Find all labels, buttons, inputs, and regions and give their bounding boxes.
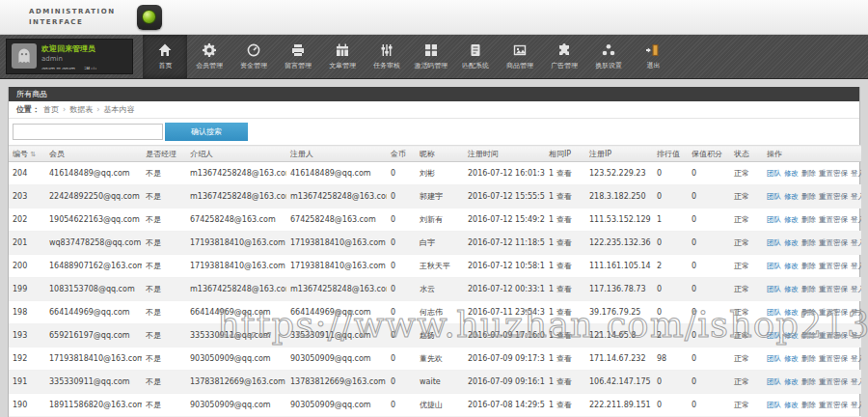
action-link[interactable]: 修改 (784, 401, 799, 409)
action-plain[interactable]: 登入 (851, 401, 861, 409)
view-link[interactable]: 查看 (556, 215, 572, 224)
action-plain[interactable]: 登入 (851, 169, 861, 178)
nav-item-5[interactable]: 文章管理 (320, 35, 365, 78)
nav-item-1[interactable]: 首页 (143, 35, 187, 78)
nav-item-2[interactable]: 会员管理 (187, 35, 231, 78)
breadcrumb-item[interactable]: 数据表 (69, 105, 93, 114)
action-plain[interactable]: 登入 (851, 377, 861, 386)
action-link[interactable]: 修改 (784, 215, 799, 224)
action-plain[interactable]: 重置密保 (819, 238, 848, 247)
confirm-search-button[interactable]: 确认搜索 (165, 123, 248, 141)
nav-item-12[interactable]: 退出 (631, 35, 675, 78)
door-icon (645, 42, 661, 58)
action-link[interactable]: 团队 (767, 401, 781, 409)
action-link[interactable]: 修改 (784, 377, 799, 386)
action-plain[interactable]: 登入 (851, 331, 861, 340)
action-link[interactable]: 团队 (767, 308, 781, 317)
nav-item-10[interactable]: 广告管理 (542, 35, 586, 78)
table-row: 198664144969@qq.com不是664144969@qq.com664… (9, 301, 861, 324)
action-plain[interactable]: 登入 (851, 238, 861, 247)
action-plain[interactable]: 重置密保 (819, 377, 848, 386)
view-link[interactable]: 查看 (556, 377, 572, 386)
introducer-cell: 674258248@163.com (186, 208, 286, 232)
breadcrumb-item[interactable]: 首页 (43, 105, 59, 114)
rank-value-cell: 0 (653, 371, 688, 394)
nav-item-label: 匹配系统 (462, 61, 489, 70)
action-link[interactable]: 修改 (784, 285, 799, 293)
action-plain[interactable]: 删除 (801, 285, 816, 293)
view-link[interactable]: 查看 (556, 262, 572, 270)
action-plain[interactable]: 删除 (801, 215, 816, 224)
view-link[interactable]: 查看 (556, 285, 572, 293)
action-link[interactable]: 团队 (767, 331, 781, 340)
action-plain[interactable]: 登入 (851, 192, 861, 201)
action-plain[interactable]: 删除 (801, 308, 816, 317)
same-ip-cell: 1 查看 (545, 324, 585, 348)
action-plain[interactable]: 登入 (851, 215, 861, 224)
nav-item-9[interactable]: 商品管理 (498, 35, 542, 78)
action-plain[interactable]: 删除 (801, 354, 816, 363)
action-plain[interactable]: 重置密保 (819, 192, 848, 201)
admin-manage-link[interactable]: 管理员管理 (41, 66, 75, 70)
view-link[interactable]: 查看 (556, 238, 572, 247)
action-link[interactable]: 修改 (784, 354, 799, 363)
nickname-cell: 刘新有 (416, 208, 464, 232)
action-plain[interactable]: 登入 (851, 262, 861, 270)
action-plain[interactable]: 删除 (801, 169, 816, 178)
search-input[interactable] (13, 124, 163, 140)
sort-icon[interactable]: ⇅ (28, 151, 36, 158)
action-plain[interactable]: 重置密保 (819, 354, 848, 363)
action-plain[interactable]: 删除 (801, 192, 816, 201)
action-plain[interactable]: 登入 (851, 308, 861, 317)
action-link[interactable]: 修改 (784, 169, 799, 178)
action-plain[interactable]: 删除 (801, 377, 816, 386)
action-link[interactable]: 团队 (767, 354, 781, 363)
same-ip-cell: 1 查看 (545, 371, 585, 394)
nav-item-3[interactable]: 资金管理 (231, 35, 276, 78)
action-plain[interactable]: 删除 (801, 238, 816, 247)
view-link[interactable]: 查看 (556, 354, 572, 363)
column-header-1[interactable]: 编号 ⇅ (9, 146, 45, 162)
view-link[interactable]: 查看 (556, 401, 572, 409)
nav-item-8[interactable]: 匹配系统 (453, 35, 498, 78)
action-link[interactable]: 修改 (784, 238, 799, 247)
nav-item-6[interactable]: 任务审核 (365, 35, 409, 78)
breadcrumb-item[interactable]: 基本内容 (103, 105, 134, 114)
action-link[interactable]: 团队 (767, 262, 781, 270)
action-plain[interactable]: 重置密保 (819, 401, 848, 409)
action-plain[interactable]: 删除 (801, 331, 816, 340)
view-link[interactable]: 查看 (556, 169, 572, 178)
action-link[interactable]: 团队 (767, 377, 781, 386)
top-brand-bar: ADMINISTRATION INTERFACE (0, 0, 868, 35)
action-plain[interactable]: 删除 (801, 401, 816, 409)
registrant-cell: 903050909@qq.com (286, 348, 387, 371)
view-link[interactable]: 查看 (556, 192, 572, 201)
action-link[interactable]: 团队 (767, 285, 781, 293)
action-link[interactable]: 团队 (767, 169, 781, 178)
action-link[interactable]: 团队 (767, 192, 781, 201)
action-plain[interactable]: 重置密保 (819, 331, 848, 340)
nav-item-11[interactable]: 换肤设置 (586, 35, 631, 78)
action-plain[interactable]: 登入 (851, 285, 861, 293)
same-ip-cell: 1 查看 (545, 255, 585, 278)
action-plain[interactable]: 重置密保 (819, 308, 848, 317)
nickname-cell: 白宇 (416, 232, 464, 255)
view-link[interactable]: 查看 (556, 331, 572, 340)
action-plain[interactable]: 删除 (801, 262, 816, 270)
action-plain[interactable]: 重置密保 (819, 262, 848, 270)
action-plain[interactable]: 重置密保 (819, 169, 848, 178)
view-link[interactable]: 查看 (556, 308, 572, 317)
nav-item-7[interactable]: 激活码管理 (409, 35, 453, 78)
action-plain[interactable]: 重置密保 (819, 285, 848, 293)
action-link[interactable]: 修改 (784, 192, 799, 201)
action-link[interactable]: 团队 (767, 215, 781, 224)
logout-link[interactable]: 退出 (84, 66, 97, 70)
action-plain[interactable]: 重置密保 (819, 215, 848, 224)
action-link[interactable]: 修改 (784, 331, 799, 340)
action-link[interactable]: 修改 (784, 262, 799, 270)
action-link[interactable]: 团队 (767, 238, 781, 247)
search-bar: 确认搜索 (9, 119, 859, 145)
action-plain[interactable]: 登入 (851, 354, 861, 363)
action-link[interactable]: 修改 (784, 308, 799, 317)
nav-item-4[interactable]: 留言管理 (276, 35, 320, 78)
